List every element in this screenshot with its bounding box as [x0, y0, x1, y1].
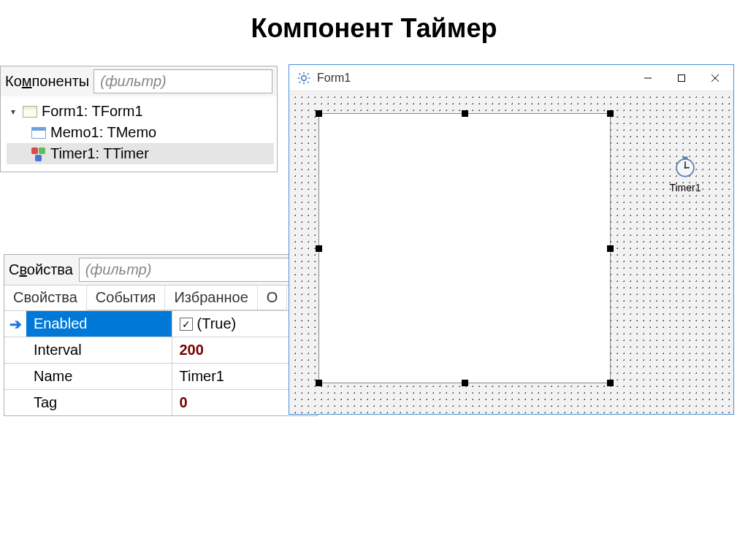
maximize-button[interactable] [665, 67, 698, 89]
component-icon [31, 147, 46, 161]
clock-icon [673, 154, 698, 179]
form-designer-window: Form1 [289, 64, 734, 415]
component-tree: ▾ Form1: TForm1 Memo1: TMemo Timer1: TTi… [1, 96, 277, 172]
timer-label: Timer1 [665, 182, 706, 193]
svg-point-0 [302, 75, 307, 80]
property-row-enabled[interactable]: ➔ Enabled ✓ (True) [4, 310, 317, 337]
property-name: Name [26, 364, 172, 389]
resize-handle[interactable] [316, 110, 322, 117]
components-filter-input[interactable]: (фильтр) [94, 69, 272, 93]
form-icon [23, 106, 37, 118]
app-icon [297, 71, 311, 85]
form-client-area[interactable]: Timer1 [289, 91, 733, 414]
tab-events[interactable]: События [87, 285, 166, 310]
tab-favorites[interactable]: Избранное [165, 285, 257, 310]
tree-item-label: Form1: TForm1 [42, 103, 143, 120]
property-row-tag[interactable]: Tag 0 [4, 389, 317, 415]
properties-filter-input[interactable]: (фильтр) [79, 258, 313, 282]
checkbox-icon[interactable]: ✓ [180, 318, 193, 331]
resize-handle[interactable] [462, 380, 468, 386]
properties-label: Свойства [9, 261, 73, 278]
components-header: Компоненты (фильтр) [1, 66, 277, 96]
row-indicator-icon: ➔ [4, 311, 26, 337]
property-name: Tag [26, 390, 172, 415]
svg-point-9 [684, 166, 687, 169]
property-value: (True) [197, 315, 237, 332]
tab-overflow[interactable]: О [258, 285, 288, 310]
tree-item-label: Memo1: TMemo [50, 124, 156, 141]
memo-icon [31, 127, 46, 139]
properties-grid: ➔ Enabled ✓ (True) Interval 200 Name Tim… [4, 310, 317, 415]
properties-tabs: Свойства События Избранное О [4, 285, 317, 310]
memo-component[interactable] [318, 113, 611, 383]
titlebar[interactable]: Form1 [289, 65, 733, 91]
tree-item-label: Timer1: TTimer [50, 145, 149, 162]
timer-component[interactable]: Timer1 [665, 154, 706, 193]
slide-title: Компонент Таймер [0, 0, 748, 51]
svg-rect-2 [679, 74, 685, 81]
property-name: Enabled [26, 311, 172, 337]
components-panel: Компоненты (фильтр) ▾ Form1: TForm1 Memo… [0, 66, 278, 172]
resize-handle[interactable] [607, 110, 614, 117]
resize-handle[interactable] [462, 110, 468, 117]
resize-handle[interactable] [607, 380, 614, 386]
properties-header: Свойства (фильтр) [4, 255, 317, 285]
close-button[interactable] [698, 67, 732, 89]
window-title: Form1 [317, 72, 351, 85]
tab-properties[interactable]: Свойства [4, 285, 87, 310]
chevron-down-icon[interactable]: ▾ [8, 107, 18, 117]
tree-item-form1[interactable]: ▾ Form1: TForm1 [7, 101, 274, 122]
property-name: Interval [26, 337, 172, 363]
resize-handle[interactable] [316, 245, 322, 252]
components-label: Компоненты [5, 73, 89, 90]
window-controls [631, 67, 732, 89]
resize-handle[interactable] [316, 380, 322, 386]
properties-panel: Свойства (фильтр) Свойства События Избра… [4, 254, 318, 416]
tree-item-memo1[interactable]: Memo1: TMemo [7, 122, 274, 143]
minimize-button[interactable] [631, 67, 665, 89]
property-row-interval[interactable]: Interval 200 [4, 337, 317, 363]
resize-handle[interactable] [607, 245, 614, 252]
tree-item-timer1[interactable]: Timer1: TTimer [7, 143, 274, 164]
property-row-name[interactable]: Name Timer1 [4, 363, 317, 389]
svg-rect-6 [683, 156, 688, 158]
